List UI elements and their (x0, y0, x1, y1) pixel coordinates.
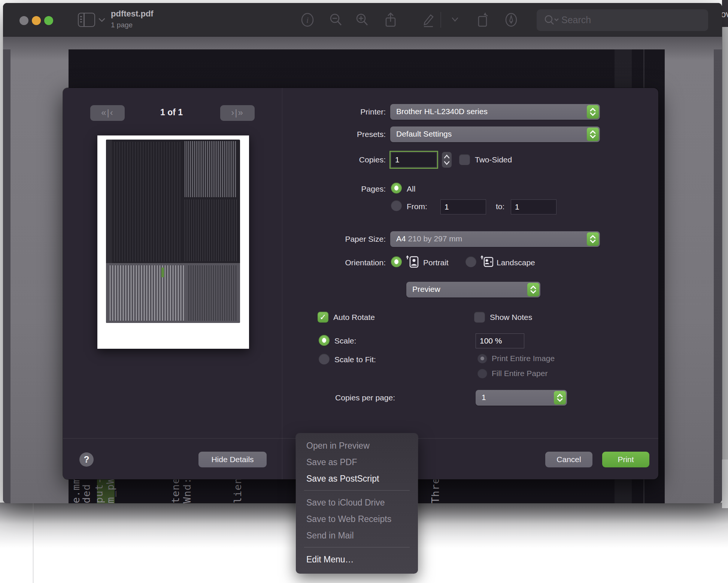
next-page-button[interactable]: ›|» (220, 105, 255, 121)
background-window-strip (722, 27, 728, 460)
printer-select[interactable]: Brother HL-L2340D series (390, 104, 600, 120)
scale-radio[interactable] (319, 335, 330, 346)
print-button[interactable]: Print (602, 452, 649, 467)
orientation-label: Orientation: (273, 258, 386, 267)
auto-rotate-label: Auto Rotate (333, 313, 375, 322)
menu-separator (304, 490, 410, 491)
updown-chevrons-icon (587, 232, 599, 246)
print-entire-image-radio (477, 354, 487, 363)
pdf-menu: Open in Preview Save as PDF Save as Post… (296, 433, 418, 574)
menu-item-open-in-preview[interactable]: Open in Preview (306, 441, 370, 451)
fill-entire-paper-radio (477, 369, 487, 378)
cancel-button[interactable]: Cancel (545, 452, 592, 467)
search-placeholder: Search (561, 15, 591, 25)
landscape-radio[interactable] (465, 256, 476, 267)
scale-to-fit-radio[interactable] (319, 354, 330, 364)
share-icon[interactable] (382, 11, 399, 28)
sidebar-chevron-icon[interactable] (98, 17, 106, 22)
pane-divider (282, 88, 282, 479)
zoom-out-icon[interactable] (327, 11, 345, 28)
menu-item-send-in-mail[interactable]: Send in Mail (306, 531, 354, 541)
menu-item-save-to-web-receipts[interactable]: Save to Web Receipts (306, 514, 391, 524)
copies-per-page-value: 1 (482, 393, 486, 402)
portrait-icon (406, 255, 419, 268)
background-window-fragment: ov (722, 0, 728, 27)
pages-range-radio[interactable] (391, 200, 402, 211)
landscape-label: Landscape (497, 258, 535, 267)
scale-to-fit-label: Scale to Fit: (334, 355, 376, 364)
pages-to-input[interactable]: 1 (511, 199, 556, 214)
pages-all-radio[interactable] (391, 183, 402, 193)
pages-to-label: to: (496, 202, 504, 211)
rotate-icon[interactable] (474, 11, 491, 28)
paper-size-value: A4 (396, 234, 406, 243)
print-dialog: «|‹ 1 of 1 ›|» ? Hide Details Printer: B… (63, 88, 658, 479)
desktop-divider-line (33, 503, 33, 583)
close-button[interactable] (19, 16, 28, 25)
presets-select[interactable]: Default Settings (390, 126, 600, 142)
checkmark-icon: ✓ (319, 312, 326, 322)
show-notes-label: Show Notes (490, 313, 532, 322)
landscape-icon (480, 255, 493, 268)
updown-chevrons-icon (587, 128, 599, 141)
titlebar: pdftest.pdf 1 page i Search (3, 3, 722, 37)
previous-page-glyph: «|‹ (101, 107, 114, 117)
copies-label: Copies: (273, 155, 386, 164)
copies-per-page-label: Copies per page: (320, 393, 395, 402)
preview-window: pdftest.pdf 1 page i Search (3, 3, 722, 503)
portrait-label: Portrait (423, 258, 449, 267)
search-input[interactable]: Search (537, 9, 708, 31)
menu-separator (304, 547, 410, 547)
menu-item-save-as-pdf[interactable]: Save as PDF (306, 457, 357, 467)
app-options-value: Preview (412, 285, 440, 294)
page-indicator: 1 of 1 (149, 107, 194, 117)
app-options-select[interactable]: Preview (406, 282, 540, 297)
updown-chevrons-icon (554, 391, 566, 405)
minimize-button[interactable] (32, 16, 41, 25)
window-subtitle: 1 page (111, 21, 133, 29)
updown-chevrons-icon (587, 105, 599, 119)
markup-pencil-icon[interactable] (419, 11, 437, 28)
help-label: ? (84, 454, 90, 464)
page-thumbnail[interactable] (97, 135, 249, 349)
presets-value: Default Settings (396, 129, 452, 138)
content-right-edge (714, 49, 722, 503)
copies-stepper[interactable] (442, 152, 452, 168)
updown-chevrons-icon (527, 283, 539, 296)
print-entire-image-label: Print Entire Image (492, 354, 555, 363)
pages-all-label: All (407, 184, 415, 193)
portrait-radio[interactable] (391, 256, 402, 267)
markup-chevron-icon[interactable] (451, 16, 459, 22)
menu-item-save-as-postscript[interactable]: Save as PostScript (306, 474, 379, 484)
scale-label: Scale: (334, 336, 356, 345)
background-window-strip-lower (722, 460, 728, 508)
pages-from-value: 1 (445, 202, 449, 211)
menu-item-edit-menu[interactable]: Edit Menu… (306, 555, 354, 565)
presets-label: Presets: (273, 130, 386, 139)
thumbnail-screenshot (106, 140, 240, 323)
two-sided-label: Two-Sided (475, 155, 512, 164)
zoom-button[interactable] (44, 16, 53, 25)
menu-item-save-to-icloud[interactable]: Save to iCloud Drive (306, 498, 385, 508)
auto-rotate-checkbox[interactable]: ✓ (318, 312, 328, 323)
window-title: pdftest.pdf (111, 9, 154, 19)
two-sided-checkbox[interactable] (459, 154, 470, 165)
zoom-in-icon[interactable] (354, 11, 371, 28)
svg-text:i: i (306, 15, 309, 25)
sidebar-toggle-icon[interactable] (78, 13, 95, 27)
previous-page-button[interactable]: «|‹ (90, 105, 125, 121)
copies-input[interactable]: 1 (391, 152, 437, 167)
info-icon[interactable]: i (299, 11, 316, 28)
help-button[interactable]: ? (79, 452, 94, 467)
pages-from-input[interactable]: 1 (440, 199, 486, 214)
scale-input[interactable]: 100 % (476, 333, 524, 348)
copies-per-page-select[interactable]: 1 (476, 390, 567, 406)
paper-size-select[interactable]: A4 210 by 297 mm (390, 231, 600, 247)
pen-circle-icon[interactable] (503, 11, 520, 28)
paper-size-dims: 210 by 297 mm (408, 234, 462, 243)
search-icon (543, 14, 560, 26)
printer-label: Printer: (273, 107, 386, 116)
show-notes-checkbox[interactable] (474, 312, 485, 323)
scale-value: 100 % (480, 336, 502, 345)
hide-details-button[interactable]: Hide Details (198, 452, 267, 467)
